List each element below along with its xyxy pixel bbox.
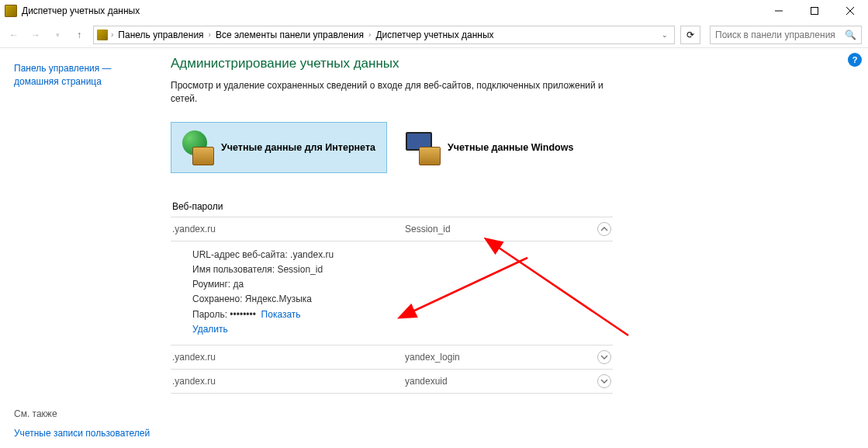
window-title: Диспетчер учетных данных	[22, 5, 140, 16]
globe-safe-icon	[179, 130, 213, 165]
breadcrumb-separator: ›	[367, 30, 372, 39]
navigation-bar: ← → ▾ ↑ › Панель управления › Все элемен…	[0, 22, 868, 48]
titlebar: Диспетчер учетных данных	[0, 0, 868, 22]
breadcrumb-item[interactable]: Панель управления	[115, 30, 206, 40]
main-content: ? Администрирование учетных данных Просм…	[163, 48, 868, 448]
show-password-link[interactable]: Показать	[261, 309, 301, 320]
credential-user: Session_id	[405, 224, 597, 234]
credential-site: .yandex.ru	[172, 376, 405, 387]
search-icon[interactable]: 🔍	[845, 30, 856, 40]
search-input[interactable]	[715, 30, 845, 40]
sidebar-user-accounts-link[interactable]: Учетные записи пользователей	[14, 427, 150, 440]
tile-windows-credentials[interactable]: Учетные данные Windows	[398, 122, 584, 173]
username-value: Session_id	[277, 264, 323, 275]
credential-user: yandexuid	[405, 376, 597, 387]
sidebar-footer-header: См. также	[14, 408, 150, 419]
breadcrumb-item[interactable]: Все элементы панели управления	[213, 30, 367, 40]
close-button[interactable]	[832, 0, 868, 22]
credential-details: URL-адрес веб-сайта: .yandex.ru Имя поль…	[171, 241, 843, 345]
page-description: Просмотр и удаление сохраненных сведений…	[171, 79, 605, 106]
saved-value: Яндекс.Музыка	[245, 293, 312, 304]
breadcrumb-item[interactable]: Диспетчер учетных данных	[372, 30, 496, 40]
credential-row[interactable]: .yandex.ru Session_id	[171, 217, 613, 241]
tile-label: Учетные данные Windows	[448, 142, 573, 153]
svg-rect-1	[811, 8, 818, 15]
credential-site: .yandex.ru	[172, 224, 405, 234]
url-value: .yandex.ru	[290, 249, 334, 260]
addr-dropdown[interactable]: ⌄	[655, 26, 674, 43]
saved-label: Сохранено:	[192, 293, 243, 304]
app-icon	[5, 5, 17, 17]
breadcrumb-separator: ›	[207, 30, 213, 39]
credential-user: yandex_login	[405, 352, 597, 363]
maximize-button[interactable]	[797, 0, 832, 22]
roaming-value: да	[233, 279, 244, 290]
refresh-button[interactable]: ⟳	[680, 26, 700, 44]
location-icon	[95, 28, 109, 42]
password-label: Пароль:	[192, 309, 227, 320]
page-title: Администрирование учетных данных	[171, 56, 843, 71]
tile-label: Учетные данные для Интернета	[221, 142, 375, 153]
help-button[interactable]: ?	[848, 53, 862, 67]
history-dropdown[interactable]: ▾	[50, 27, 65, 43]
chevron-down-icon[interactable]	[597, 374, 611, 388]
search-box[interactable]: 🔍	[710, 26, 862, 44]
forward-button[interactable]: →	[28, 27, 43, 43]
tile-web-credentials[interactable]: Учетные данные для Интернета	[171, 122, 387, 173]
username-label: Имя пользователя:	[192, 264, 275, 275]
chevron-down-icon[interactable]	[597, 350, 611, 364]
credential-site: .yandex.ru	[172, 352, 405, 363]
breadcrumb-separator: ›	[109, 30, 115, 39]
address-bar[interactable]: › Панель управления › Все элементы панел…	[93, 26, 675, 44]
back-button[interactable]: ←	[6, 27, 22, 43]
sidebar-home-link[interactable]: Панель управления — домашняя страница	[14, 62, 149, 89]
url-label: URL-адрес веб-сайта:	[192, 249, 288, 260]
credential-row[interactable]: .yandex.ru yandexuid	[171, 370, 613, 394]
minimize-button[interactable]	[761, 0, 797, 22]
chevron-up-icon[interactable]	[597, 222, 611, 236]
password-mask: ••••••••	[230, 309, 256, 320]
roaming-label: Роуминг:	[192, 279, 230, 290]
sidebar: Панель управления — домашняя страница См…	[0, 48, 163, 448]
delete-credential-link[interactable]: Удалить	[192, 324, 228, 335]
up-button[interactable]: ↑	[71, 27, 87, 43]
section-header: Веб-пароли	[171, 198, 613, 217]
monitor-safe-icon	[406, 130, 440, 165]
credential-row[interactable]: .yandex.ru yandex_login	[171, 346, 613, 370]
